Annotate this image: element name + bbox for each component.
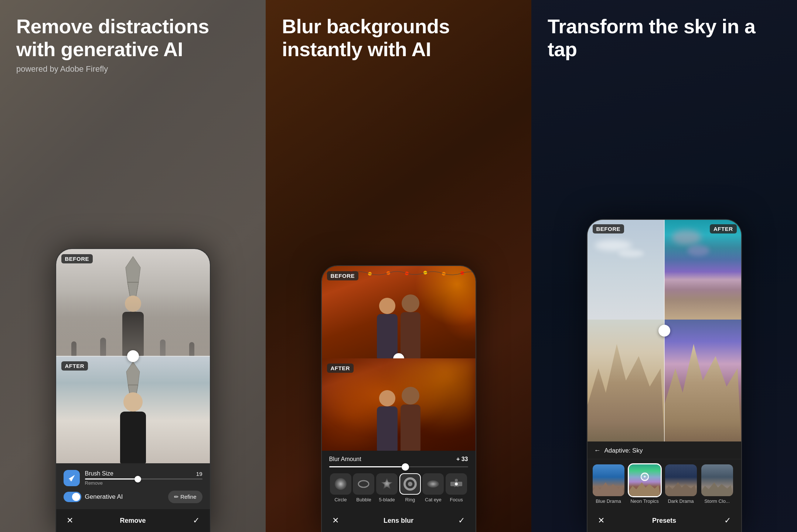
panel-3-header: Transform the sky in a tap xyxy=(548,15,781,61)
preset-thumb-dark-drama xyxy=(665,464,697,496)
blur-bubble-icon xyxy=(353,473,374,495)
crowd-p5 xyxy=(189,342,194,356)
panel-3-title: Transform the sky in a tap xyxy=(548,15,781,61)
sky-divider-handle[interactable] xyxy=(658,325,670,337)
bottom-bar-1: ✕ Remove ✓ xyxy=(56,509,210,532)
panel-1-subtitle: powered by Adobe Firefly xyxy=(16,64,249,74)
gen-ai-row: Generative AI ✏ Refine xyxy=(64,491,202,503)
blur-circle-icon xyxy=(330,473,351,495)
svg-marker-32 xyxy=(587,344,664,441)
blur-5blade-icon xyxy=(376,473,398,495)
gen-ai-toggle[interactable] xyxy=(64,492,81,502)
preset-dark-drama[interactable]: Dark Drama xyxy=(665,464,697,504)
preset-neon-tropics[interactable]: Neon Tropics xyxy=(629,464,661,504)
brush-icon xyxy=(64,470,80,486)
sky-after-half: AFTER xyxy=(664,220,741,441)
neon-cloud-1 xyxy=(672,230,701,245)
bubble-blur-svg xyxy=(356,477,371,491)
action-label-1: Remove xyxy=(120,517,146,525)
brush-slider-track[interactable] xyxy=(85,478,202,480)
person-head-after-2 xyxy=(379,390,395,406)
ring-blur-svg xyxy=(403,477,418,491)
blur-before-area: BEFORE xyxy=(322,266,476,358)
blur-type-5blade[interactable]: 5-blade xyxy=(376,473,398,502)
person-right-before xyxy=(401,294,420,358)
close-button-1[interactable]: ✕ xyxy=(67,516,73,525)
blur-amount-row: Blur Amount + 33 xyxy=(329,456,468,463)
preset-mountain-nt xyxy=(629,479,661,496)
preset-thumb-neon-tropics xyxy=(629,464,661,496)
svg-marker-25 xyxy=(381,478,393,489)
sky-before-half: BEFORE xyxy=(587,220,664,441)
svg-marker-34 xyxy=(593,482,624,496)
brush-label: Brush Size xyxy=(85,470,113,477)
person-body-after-3 xyxy=(401,405,420,451)
bottom-bar-3: ✕ Presets ✓ xyxy=(587,509,741,532)
panel-2-title: Blur backgrounds instantly with AI xyxy=(282,15,515,61)
preset-thumb-storm-clo xyxy=(701,464,733,496)
svg-marker-33 xyxy=(664,344,741,441)
preset-mountain-bd xyxy=(593,479,624,496)
phone-3-screen: BEFORE xyxy=(587,219,742,532)
sky-controls: ← Adaptive: Sky Blue Drama xyxy=(587,441,741,509)
phone-1-screen: BEFORE xyxy=(55,248,211,532)
brush-value: 19 xyxy=(194,471,202,477)
svg-marker-0 xyxy=(126,256,140,327)
blur-type-bubble[interactable]: Bubble xyxy=(353,473,374,502)
person-head-after xyxy=(123,392,143,412)
brush-slider-fill xyxy=(85,478,138,480)
blur-focus-label: Focus xyxy=(450,497,463,502)
sky-photo-area: BEFORE xyxy=(587,220,741,441)
sky-back-row: ← Adaptive: Sky xyxy=(587,441,741,459)
confirm-button-2[interactable]: ✓ xyxy=(458,516,465,525)
blur-type-focus[interactable]: Focus xyxy=(446,473,467,502)
phone-2-screen: BEFORE xyxy=(321,265,476,532)
person-head-before xyxy=(125,296,141,312)
action-label-2: Lens blur xyxy=(384,517,413,525)
confirm-button-3[interactable]: ✓ xyxy=(724,516,731,525)
blur-slider-track[interactable] xyxy=(329,466,468,467)
svg-line-6 xyxy=(130,297,131,312)
svg-point-31 xyxy=(455,479,458,482)
divider-handle-1[interactable] xyxy=(127,350,139,362)
svg-marker-36 xyxy=(665,482,697,496)
cateye-blur-svg xyxy=(426,477,440,491)
neon-preset-indicator xyxy=(641,473,649,481)
person-head-before-3 xyxy=(402,294,419,312)
circle-blur-svg xyxy=(333,477,348,491)
main-person-after xyxy=(120,392,146,463)
blur-type-cateye[interactable]: Cat eye xyxy=(422,473,444,502)
person-body-after xyxy=(120,412,146,463)
sky-preset-title: Adaptive: Sky xyxy=(604,447,643,454)
close-button-2[interactable]: ✕ xyxy=(332,516,339,525)
blur-slider-thumb[interactable] xyxy=(402,463,409,471)
person-body-after-2 xyxy=(377,406,398,451)
back-arrow-icon[interactable]: ← xyxy=(594,447,601,454)
blur-types-row: Circle Bubble xyxy=(329,473,468,502)
svg-line-7 xyxy=(135,297,136,312)
after-badge-2: AFTER xyxy=(327,364,354,373)
blur-type-circle[interactable]: Circle xyxy=(330,473,351,502)
confirm-button-1[interactable]: ✓ xyxy=(193,516,200,525)
panel-remove: Remove distractions with generative AI p… xyxy=(0,0,266,532)
before-badge-3: BEFORE xyxy=(593,224,624,233)
before-badge-2: BEFORE xyxy=(327,271,359,280)
blur-slider-fill xyxy=(329,466,406,467)
preset-blue-drama[interactable]: Blue Drama xyxy=(593,464,624,504)
brush-slider-thumb[interactable] xyxy=(134,476,141,482)
mountain-before-svg xyxy=(587,320,664,441)
close-button-3[interactable]: ✕ xyxy=(598,516,604,525)
svg-point-30 xyxy=(455,482,458,485)
mountain-after-svg xyxy=(664,320,741,441)
svg-marker-37 xyxy=(701,482,733,496)
neon-sky xyxy=(664,220,741,320)
blur-ring-label: Ring xyxy=(405,497,415,502)
preset-label-blue-drama: Blue Drama xyxy=(596,498,621,504)
blur-amount-value: + 33 xyxy=(456,456,468,463)
preset-label-neon-tropics: Neon Tropics xyxy=(630,498,659,504)
preset-storm-clo[interactable]: Storm Clo... xyxy=(701,464,733,504)
after-badge-3: AFTER xyxy=(710,224,737,233)
refine-button[interactable]: ✏ Refine xyxy=(168,491,202,503)
neon-cloud-2 xyxy=(687,245,709,256)
blur-type-ring[interactable]: Ring xyxy=(399,473,421,502)
